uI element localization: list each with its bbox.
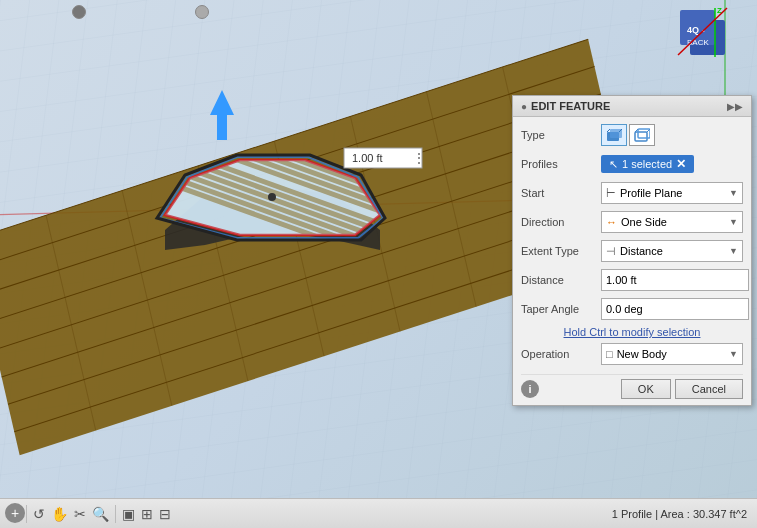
direction-label: Direction [521, 216, 601, 228]
cut-icon[interactable]: ✂ [74, 506, 86, 522]
panel-footer: i OK Cancel [521, 374, 743, 399]
operation-value: New Body [617, 348, 667, 360]
svg-point-36 [268, 193, 276, 201]
solid-extrude-icon [606, 128, 622, 142]
profiles-row: Profiles ↖ 1 selected ✕ [521, 152, 743, 176]
type-label: Type [521, 129, 601, 141]
operation-icon: □ [606, 348, 613, 360]
operation-dropdown-arrow: ▼ [729, 349, 738, 359]
extent-type-row: Extent Type ⊣ Distance ▼ [521, 239, 743, 263]
start-control: ⊢ Profile Plane ▼ [601, 182, 743, 204]
operation-control: □ New Body ▼ [601, 343, 743, 365]
profiles-selected-badge[interactable]: ↖ 1 selected ✕ [601, 155, 694, 173]
type-icons [601, 124, 655, 146]
toolbar-divider-1 [26, 505, 27, 523]
operation-dropdown[interactable]: □ New Body ▼ [601, 343, 743, 365]
grid-icon[interactable]: ⊞ [141, 506, 153, 522]
profiles-value: 1 selected [622, 158, 672, 170]
extent-type-icon: ⊣ [606, 245, 616, 258]
panel-expand-icon[interactable]: ▶▶ [727, 101, 743, 112]
svg-text:4Q: 4Q [687, 25, 699, 35]
distance-label: Distance [521, 274, 601, 286]
panel-title: EDIT FEATURE [531, 100, 610, 112]
direction-control: ↔ One Side ▼ [601, 211, 743, 233]
snap-icon[interactable]: ⊟ [159, 506, 171, 522]
panel-header: ● EDIT FEATURE ▶▶ [513, 96, 751, 117]
extent-type-label: Extent Type [521, 245, 601, 257]
add-button[interactable]: + [5, 503, 25, 523]
cursor-icon: ↖ [609, 158, 618, 171]
profiles-control: ↖ 1 selected ✕ [601, 155, 743, 173]
direction-icon: ↔ [606, 216, 617, 228]
profiles-clear-btn[interactable]: ✕ [676, 157, 686, 171]
extent-type-value: Distance [620, 245, 663, 257]
svg-line-51 [607, 129, 610, 132]
direction-dropdown-arrow: ▼ [729, 217, 738, 227]
svg-text:1.00 ft: 1.00 ft [352, 152, 383, 164]
start-dropdown-inner: ⊢ Profile Plane [606, 187, 682, 200]
direction-value: One Side [621, 216, 667, 228]
direction-dropdown-inner: ↔ One Side [606, 216, 667, 228]
distance-control [601, 269, 749, 291]
ok-button[interactable]: OK [621, 379, 671, 399]
start-plane-icon: ⊢ [606, 187, 616, 200]
start-row: Start ⊢ Profile Plane ▼ [521, 181, 743, 205]
rotate-icon[interactable]: ↺ [33, 506, 45, 522]
extent-type-control: ⊣ Distance ▼ [601, 240, 743, 262]
hold-ctrl-hint: Hold Ctrl to modify selection [521, 326, 743, 338]
distance-row: Distance [521, 268, 743, 292]
operation-label: Operation [521, 348, 601, 360]
direction-dropdown[interactable]: ↔ One Side ▼ [601, 211, 743, 233]
svg-text:⋮: ⋮ [412, 150, 426, 166]
panel-pin-icon: ● [521, 101, 527, 112]
extent-type-dropdown[interactable]: ⊣ Distance ▼ [601, 240, 743, 262]
action-buttons: OK Cancel [621, 379, 743, 399]
type-solid-btn[interactable] [601, 124, 627, 146]
panel-body: Type [513, 117, 751, 405]
cancel-button[interactable]: Cancel [675, 379, 743, 399]
toolbar-divider-2 [115, 505, 116, 523]
bottom-toolbar: + ⊕ ↺ ✋ ✂ 🔍 ▣ ⊞ ⊟ 1 Profile | Area : 30.… [0, 498, 757, 528]
panel-header-left: ● EDIT FEATURE [521, 100, 610, 112]
start-dropdown-arrow: ▼ [729, 188, 738, 198]
edit-feature-panel: ● EDIT FEATURE ▶▶ Type [512, 95, 752, 406]
toolbar-icons: ⊕ ↺ ✋ ✂ 🔍 ▣ ⊞ ⊟ [8, 505, 171, 523]
pan-icon[interactable]: ✋ [51, 506, 68, 522]
taper-angle-control [601, 298, 749, 320]
operation-dropdown-inner: □ New Body [606, 348, 667, 360]
extent-type-dropdown-arrow: ▼ [729, 246, 738, 256]
taper-angle-label: Taper Angle [521, 303, 601, 315]
surface-extrude-icon [634, 128, 650, 142]
start-value: Profile Plane [620, 187, 682, 199]
start-dropdown[interactable]: ⊢ Profile Plane ▼ [601, 182, 743, 204]
circle-handle[interactable] [195, 5, 209, 19]
view-box-icon[interactable]: ▣ [122, 506, 135, 522]
type-surface-btn[interactable] [629, 124, 655, 146]
start-label: Start [521, 187, 601, 199]
extent-type-dropdown-inner: ⊣ Distance [606, 245, 663, 258]
minus-handle[interactable] [72, 5, 86, 19]
operation-row: Operation □ New Body ▼ [521, 342, 743, 366]
taper-angle-input[interactable] [601, 298, 749, 320]
distance-input[interactable] [601, 269, 749, 291]
type-row: Type [521, 123, 743, 147]
taper-angle-row: Taper Angle [521, 297, 743, 321]
info-button[interactable]: i [521, 380, 539, 398]
zoom-icon[interactable]: 🔍 [92, 506, 109, 522]
status-bar: 1 Profile | Area : 30.347 ft^2 [612, 508, 747, 520]
direction-row: Direction ↔ One Side ▼ [521, 210, 743, 234]
profiles-label: Profiles [521, 158, 601, 170]
type-control [601, 124, 743, 146]
svg-rect-53 [635, 132, 647, 141]
